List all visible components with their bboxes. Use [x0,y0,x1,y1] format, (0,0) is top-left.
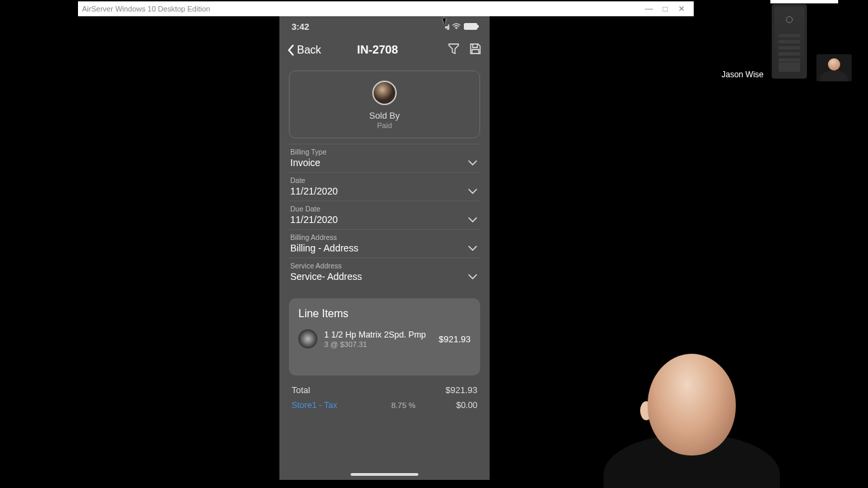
paid-status: Paid [377,121,392,129]
save-icon[interactable] [469,43,481,58]
status-bar: 3:42 [279,16,490,37]
chevron-down-icon [468,185,477,192]
totals-section: Total $921.93 Store1 - Tax 8.75 % $0.00 [292,382,477,413]
field-value: Service- Address [290,271,479,282]
total-row: Total $921.93 [292,382,477,398]
field-value: Billing - Address [290,243,479,253]
line-items-card: Line Items 1 1/2 Hp Matrix 2Spd. Pmp 3 @… [289,298,480,375]
page-title: IN-2708 [308,43,448,57]
item-price: $921.93 [439,334,471,344]
preview-strip [770,0,838,3]
field-value: 11/21/2020 [290,214,479,225]
chevron-down-icon [468,242,477,249]
chevron-down-icon [468,214,477,220]
minimize-button[interactable]: — [641,1,657,16]
sold-by-label: Sold By [370,110,400,121]
service-address-field[interactable]: Service Address Service- Address [289,258,480,286]
home-indicator[interactable] [351,473,418,476]
tax-value: $0.00 [456,401,477,410]
chevron-down-icon [468,157,477,163]
total-label: Total [292,385,446,395]
filter-icon[interactable] [448,43,460,58]
nav-header: Back IN-2708 [279,37,490,64]
svg-point-0 [456,28,457,29]
sold-by-card[interactable]: Sold By Paid [289,70,480,138]
field-value: 11/21/2020 [290,186,479,197]
field-label: Billing Type [290,148,479,156]
item-name: 1 1/2 Hp Matrix 2Spd. Pmp [324,330,432,340]
chevron-down-icon [468,270,477,277]
webcam-thumbnail[interactable] [816,54,852,81]
tax-row[interactable]: Store1 - Tax 8.75 % $0.00 [292,398,477,413]
due-date-field[interactable]: Due Date 11/21/2020 [289,201,480,229]
battery-icon [464,23,477,30]
window-titlebar: AirServer Windows 10 Desktop Edition — □… [78,1,694,16]
date-field[interactable]: Date 11/21/2020 [289,172,480,201]
chevron-left-icon [288,45,294,56]
item-qty: 3 @ $307.31 [324,340,432,348]
maximize-button[interactable]: □ [657,1,673,16]
billing-address-field[interactable]: Billing Address Billing - Address [289,229,480,258]
close-button[interactable]: ✕ [673,1,690,16]
wifi-icon [452,22,461,32]
item-thumbnail [298,329,317,348]
seller-avatar [372,81,397,105]
tax-label: Store1 - Tax [292,401,391,410]
participant-name: Jason Wise [722,70,764,79]
status-icons [445,22,477,32]
field-label: Billing Address [290,233,479,241]
field-label: Service Address [290,262,479,270]
webcam-main [604,339,780,488]
tax-percent: 8.75 % [391,401,416,409]
line-item-row[interactable]: 1 1/2 Hp Matrix 2Spd. Pmp 3 @ $307.31 $9… [298,329,471,348]
field-value: Invoice [290,157,479,168]
field-label: Due Date [290,205,479,213]
total-value: $921.93 [446,385,477,395]
mini-phone-preview[interactable] [772,4,807,79]
window-title: AirServer Windows 10 Desktop Edition [82,5,641,13]
field-label: Date [290,176,479,184]
invoice-fields: Billing Type Invoice Date 11/21/2020 Due… [289,144,480,286]
line-items-title: Line Items [298,308,471,320]
billing-type-field[interactable]: Billing Type Invoice [289,144,480,172]
phone-screen: 3:42 Back IN-2708 Sold By Paid [279,16,490,480]
status-time: 3:42 [292,22,445,32]
